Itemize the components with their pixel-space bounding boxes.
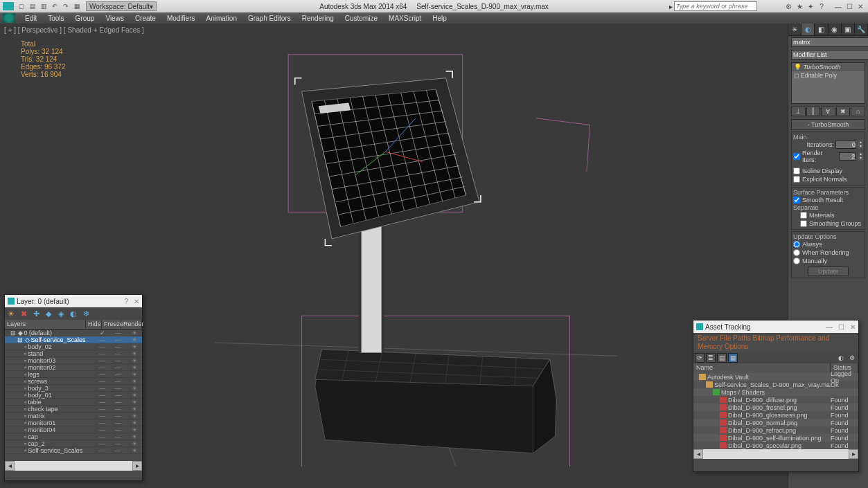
menu-group[interactable]: Group xyxy=(70,15,100,22)
layer-row[interactable]: ⊟ ◇Self-service_Scales——☀ xyxy=(5,336,142,343)
highlight-icon[interactable]: ◈ xyxy=(56,309,66,318)
asset-row[interactable]: Autodesk VaultLogged Ou xyxy=(693,373,858,381)
smoothing-groups-checkbox[interactable] xyxy=(800,220,807,227)
layer-rows[interactable]: ⊟ ◆0 (default)✔—☀⊟ ◇Self-service_Scales—… xyxy=(5,329,142,461)
list-icon[interactable]: ▤ xyxy=(717,353,727,363)
menu-graph-editors[interactable]: Graph Editors xyxy=(242,15,296,22)
search-box[interactable]: ▸ xyxy=(669,1,757,11)
hide-icon[interactable]: ◐ xyxy=(69,309,78,318)
pin-stack-button[interactable]: ⟘ xyxy=(791,107,806,116)
render-iters-checkbox[interactable] xyxy=(793,153,800,160)
layer-row[interactable]: ▫body_02——☀ xyxy=(5,343,142,350)
redo-icon[interactable]: ↷ xyxy=(61,1,71,11)
update-button[interactable]: Update xyxy=(808,266,849,276)
search-input[interactable] xyxy=(674,1,757,11)
workspace-dropdown[interactable]: Workspace: Default ▾ xyxy=(86,1,157,11)
open-icon[interactable]: ▤ xyxy=(28,1,37,11)
asset-row[interactable]: Dibal_D-900_refract.pngFound xyxy=(693,426,858,434)
help-icon[interactable]: ? xyxy=(817,1,826,11)
menu-modifiers[interactable]: Modifiers xyxy=(161,15,201,22)
tab-display[interactable]: ▣ xyxy=(842,24,855,35)
tree-icon[interactable]: ≣ xyxy=(706,353,716,363)
manually-radio[interactable] xyxy=(793,257,800,264)
menu-help[interactable]: Help xyxy=(427,15,452,22)
exchange-icon[interactable]: ✦ xyxy=(806,1,815,11)
explicit-checkbox[interactable] xyxy=(793,176,800,183)
object-name-input[interactable] xyxy=(791,37,868,47)
when-rendering-radio[interactable] xyxy=(793,249,800,256)
status-icon[interactable]: ◐ xyxy=(836,353,846,363)
refresh-icon[interactable]: ⟳ xyxy=(695,353,705,363)
menu-views[interactable]: Views xyxy=(100,15,130,22)
menu-animation[interactable]: Animation xyxy=(200,15,242,22)
layer-row[interactable]: ▫legs——☀ xyxy=(5,371,142,378)
menu-customize[interactable]: Customize xyxy=(339,15,383,22)
viewport-label[interactable]: [ + ] [ Perspective ] [ Shaded + Edged F… xyxy=(4,26,144,34)
new-layer-icon[interactable]: ☀ xyxy=(6,309,16,318)
menu-rendering[interactable]: Rendering xyxy=(296,15,339,22)
asset-row[interactable]: Maps / Shaders xyxy=(693,388,858,396)
minimize-icon[interactable]: — xyxy=(826,323,833,331)
layer-row[interactable]: ▫check tape——☀ xyxy=(5,406,142,413)
asset-row[interactable]: Dibal_D-900_normal.pngFound xyxy=(693,419,858,426)
asset-row[interactable]: Dibal_D-900_diffuse.pngFound xyxy=(693,396,858,404)
smooth-result-checkbox[interactable] xyxy=(793,197,800,204)
layer-panel[interactable]: Layer: 0 (default) ?✕ ☀ ✖ ✚ ◆ ◈ ◐ ❄ Laye… xyxy=(4,294,143,481)
tab-hierarchy[interactable]: ◧ xyxy=(815,24,828,35)
unique-button[interactable]: ∀ xyxy=(821,107,835,116)
asset-row[interactable]: Dibal_D-900_glossiness.pngFound xyxy=(693,411,858,419)
layer-row[interactable]: ▫body_3——☀ xyxy=(5,385,142,392)
layer-row[interactable]: ▫monitor01——☀ xyxy=(5,419,142,426)
layer-row[interactable]: ▫Self-service_Scales——☀ xyxy=(5,447,142,454)
show-end-button[interactable]: ┃ xyxy=(806,107,821,116)
minimize-button[interactable]: — xyxy=(833,1,843,11)
undo-icon[interactable]: ↶ xyxy=(50,1,60,11)
asset-panel-title[interactable]: Asset Tracking —☐✕ xyxy=(693,320,858,333)
tab-create[interactable]: ✳ xyxy=(788,24,801,35)
layer-panel-title[interactable]: Layer: 0 (default) ?✕ xyxy=(5,295,142,307)
remove-button[interactable]: ✖ xyxy=(836,107,851,116)
close-button[interactable]: ✕ xyxy=(856,1,865,11)
layer-row[interactable]: ▫monitor03——☀ xyxy=(5,357,142,364)
modifier-stack[interactable]: 💡 TurboSmooth ◻ Editable Poly xyxy=(791,62,865,104)
tab-utilities[interactable]: 🔧 xyxy=(855,24,868,35)
asset-row[interactable]: Dibal_D-900_self-illumination.pngFound xyxy=(693,434,858,442)
layer-row[interactable]: ▫monitor02——☀ xyxy=(5,364,142,371)
help-icon[interactable]: ? xyxy=(124,298,128,305)
menu-tools[interactable]: Tools xyxy=(42,15,69,22)
layer-row[interactable]: ▫body_01——☀ xyxy=(5,392,142,399)
layer-row[interactable]: ⊟ ◆0 (default)✔—☀ xyxy=(5,329,142,336)
add-icon[interactable]: ✚ xyxy=(31,309,41,318)
materials-checkbox[interactable] xyxy=(800,212,807,219)
new-icon[interactable]: ▢ xyxy=(17,1,26,11)
always-radio[interactable] xyxy=(793,241,800,248)
asset-scrollbar[interactable]: ◂▸ xyxy=(693,449,858,459)
maximize-icon[interactable]: ☐ xyxy=(838,323,844,331)
layer-row[interactable]: ▫cap_2——☀ xyxy=(5,440,142,447)
tab-motion[interactable]: ◉ xyxy=(829,24,842,35)
close-icon[interactable]: ✕ xyxy=(134,298,139,305)
layer-scrollbar[interactable]: ◂▸ xyxy=(5,461,142,471)
layer-row[interactable]: ▫monitor04——☀ xyxy=(5,426,142,433)
menu-edit[interactable]: Edit xyxy=(19,15,42,22)
asset-row[interactable]: Dibal_D-900_fresnel.pngFound xyxy=(693,404,858,411)
freeze-icon[interactable]: ❄ xyxy=(81,309,91,318)
layer-row[interactable]: ▫stand——☀ xyxy=(5,350,142,357)
menu-maxscript[interactable]: MAXScript xyxy=(383,15,427,22)
configure-button[interactable]: ⌂ xyxy=(851,107,865,116)
layer-row[interactable]: ▫table——☀ xyxy=(5,399,142,406)
tab-modify[interactable]: ◐ xyxy=(801,24,815,35)
asset-row[interactable]: Dibal_D-900_specular.pngFound xyxy=(693,442,858,449)
menu-create[interactable]: Create xyxy=(130,15,161,22)
comm-icon[interactable]: ⚙ xyxy=(783,1,793,11)
layer-row[interactable]: ▫screws——☀ xyxy=(5,378,142,385)
modifier-list-dropdown[interactable] xyxy=(791,50,868,60)
options-icon[interactable]: ⚙ xyxy=(847,353,857,363)
app-logo[interactable] xyxy=(3,13,15,23)
rollout-turbosmooth[interactable]: - TurboSmooth xyxy=(791,119,865,130)
asset-menus[interactable]: Server File Paths Bitmap Performance and… xyxy=(693,333,858,352)
save-icon[interactable]: ▥ xyxy=(39,1,48,11)
maximize-button[interactable]: ☐ xyxy=(844,1,854,11)
star-icon[interactable]: ★ xyxy=(795,1,804,11)
render-iters-input[interactable] xyxy=(839,152,856,161)
